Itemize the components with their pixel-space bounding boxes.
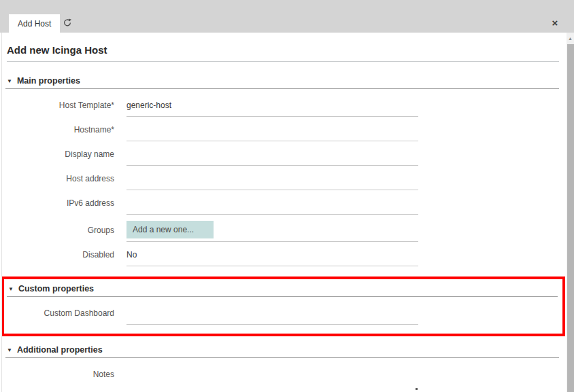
- scrollbar-thumb[interactable]: [567, 44, 574, 392]
- tab-add-host-label: Add Host: [18, 19, 51, 29]
- content-pane: Add new Icinga Host ▼ Main properties Ho…: [0, 33, 567, 392]
- section-custom-properties-header[interactable]: ▼ Custom properties: [7, 284, 558, 297]
- title-divider: [7, 61, 559, 62]
- refresh-icon: [63, 18, 72, 30]
- hostname-label: Hostname*: [5, 125, 114, 141]
- form-row-notes: Notes: [5, 361, 559, 386]
- close-icon: ×: [552, 17, 558, 29]
- tab-bar: Add Host ×: [0, 0, 574, 33]
- disabled-label: Disabled: [5, 250, 114, 266]
- host-address-label: Host address: [5, 174, 114, 190]
- groups-add-input[interactable]: Add a new one...: [126, 221, 214, 238]
- highlight-annotation-box: ▼ Custom properties Custom Dashboard: [1, 277, 565, 336]
- section-custom-properties: ▼ Custom properties Custom Dashboard: [7, 284, 558, 325]
- app-window: Add Host × Add new Icinga Host ▼ Main pr…: [0, 0, 574, 392]
- custom-dashboard-input[interactable]: [126, 315, 418, 325]
- form-row-ipv6-address: IPv6 address: [5, 190, 559, 215]
- main-properties-rows: Host Template* generic-host Hostname* Di…: [5, 92, 559, 266]
- display-name-input[interactable]: [126, 156, 418, 166]
- host-template-input[interactable]: generic-host: [126, 101, 418, 117]
- section-main-properties-header[interactable]: ▼ Main properties: [5, 76, 559, 89]
- host-template-label: Host Template*: [5, 101, 114, 117]
- tab-add-host[interactable]: Add Host: [9, 14, 60, 33]
- refresh-button[interactable]: [58, 14, 76, 33]
- section-additional-properties-header[interactable]: ▼ Additional properties: [5, 345, 559, 358]
- form-row-host-address: Host address: [5, 166, 559, 190]
- additional-properties-rows: Notes: [5, 361, 559, 386]
- ipv6-address-input[interactable]: [126, 205, 418, 215]
- section-main-properties-title: Main properties: [17, 76, 80, 86]
- ipv6-address-label: IPv6 address: [5, 198, 114, 215]
- scroll-up-icon: ▲: [568, 36, 573, 41]
- groups-label: Groups: [5, 226, 114, 242]
- scroll-up-button[interactable]: ▲: [567, 33, 574, 44]
- disabled-select[interactable]: No: [126, 250, 418, 266]
- section-custom-properties-title: Custom properties: [18, 284, 94, 293]
- form-row-groups: Groups Add a new one...: [5, 215, 559, 242]
- form-row-disabled: Disabled No: [5, 242, 559, 266]
- hostname-input[interactable]: [126, 132, 418, 141]
- notes-input[interactable]: [126, 376, 418, 386]
- page-title: Add new Icinga Host: [7, 44, 559, 56]
- host-address-input[interactable]: [126, 181, 418, 190]
- custom-dashboard-label: Custom Dashboard: [7, 308, 114, 325]
- chevron-down-icon: ▼: [7, 78, 12, 84]
- form-row-hostname: Hostname*: [5, 117, 559, 141]
- form-row-host-template: Host Template* generic-host: [5, 92, 559, 117]
- close-button[interactable]: ×: [547, 14, 562, 32]
- notes-textarea-edge: [416, 388, 418, 390]
- form-row-display-name: Display name: [5, 141, 559, 166]
- custom-properties-rows: Custom Dashboard: [7, 300, 558, 325]
- scrollbar[interactable]: ▲: [567, 33, 574, 392]
- chevron-down-icon: ▼: [8, 286, 14, 292]
- notes-label: Notes: [5, 370, 114, 386]
- section-additional-properties: ▼ Additional properties Notes: [5, 345, 559, 386]
- groups-field: Add a new one...: [126, 221, 418, 242]
- chevron-down-icon: ▼: [7, 347, 12, 353]
- display-name-label: Display name: [5, 149, 114, 166]
- pane-divider: [1, 33, 2, 392]
- section-main-properties: ▼ Main properties Host Template* generic…: [5, 76, 559, 266]
- form-row-custom-dashboard: Custom Dashboard: [7, 300, 558, 325]
- section-additional-properties-title: Additional properties: [17, 345, 103, 355]
